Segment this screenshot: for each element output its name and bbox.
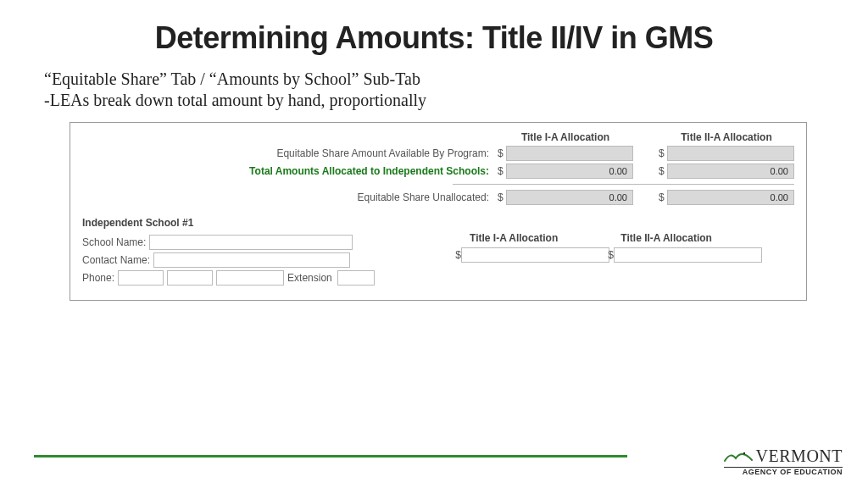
label-school-name: School Name: [82,236,146,248]
svg-point-0 [743,452,744,454]
contact-name-input[interactable] [153,252,350,268]
dollar-icon: $ [498,147,506,159]
school-column-header-title-i: Title I-A Allocation [450,232,577,244]
dollar-icon: $ [659,165,667,177]
phone-prefix-input[interactable] [167,270,213,286]
divider [453,184,794,185]
accent-rule [34,455,627,458]
dollar-icon: $ [608,249,614,261]
label-allocated: Total Amounts Allocated to Independent S… [82,165,498,177]
section-header-school-1: Independent School #1 [82,217,794,229]
label-phone: Phone: [82,272,114,284]
label-extension: Extension [287,272,332,284]
label-unallocated: Equitable Share Unallocated: [82,191,498,203]
dollar-icon: $ [498,191,506,203]
school-allocation-t2-input[interactable] [614,247,762,263]
dollar-icon: $ [498,165,506,177]
column-header-title-ii: Title II-A Allocation [659,131,794,143]
label-contact-name: Contact Name: [82,254,150,266]
amount-available-t1 [506,146,633,161]
brand-agency: AGENCY OF EDUCATION [724,467,843,476]
column-header-title-i: Title I-A Allocation [498,131,633,143]
amount-available-t2 [667,146,794,161]
subtitle-line-2: -LEAs break down total amount by hand, p… [44,91,834,110]
dollar-icon: $ [659,191,667,203]
amount-unallocated-t2: 0.00 [667,190,794,205]
slide-title: Determining Amounts: Title II/IV in GMS [34,20,834,56]
allocation-panel: Title I-A Allocation Title II-A Allocati… [70,122,807,301]
extension-input[interactable] [337,270,375,286]
label-available: Equitable Share Amount Available By Prog… [82,147,498,159]
amount-allocated-t2: 0.00 [667,164,794,179]
phone-line-input[interactable] [216,270,284,286]
dollar-icon: $ [659,147,667,159]
amount-allocated-t1: 0.00 [506,164,633,179]
amount-unallocated-t1: 0.00 [506,190,633,205]
school-column-header-title-ii: Title II-A Allocation [603,232,730,244]
mountain-icon [724,449,753,463]
brand-logo: VERMONT AGENCY OF EDUCATION [724,447,843,476]
brand-state: VERMONT [756,447,843,464]
dollar-icon: $ [455,249,461,261]
school-name-input[interactable] [149,235,353,250]
phone-area-input[interactable] [118,270,164,286]
subtitle-line-1: “Equitable Share” Tab / “Amounts by Scho… [44,69,834,89]
